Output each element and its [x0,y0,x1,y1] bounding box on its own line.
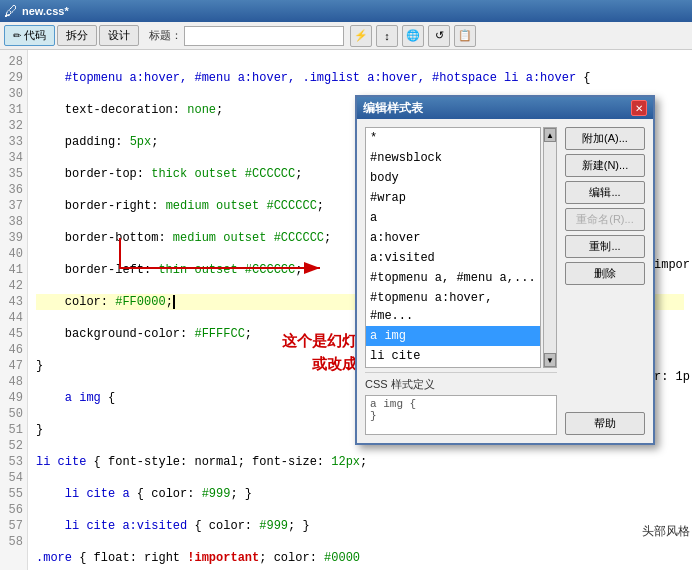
lightning-icon-btn[interactable]: ⚡ [350,25,372,47]
attach-btn[interactable]: 附加(A)... [565,127,645,150]
title-bar-text: new.css* [22,5,69,17]
edit-btn[interactable]: 编辑... [565,181,645,204]
list-item-a[interactable]: a [366,208,540,228]
split-btn[interactable]: 拆分 [57,25,97,46]
list-item-topmenu-a[interactable]: #topmenu a, #menu a,... [366,268,540,288]
code-line-41: li cite a { color: #999; } [36,486,684,502]
list-item-wrap[interactable]: #wrap [366,188,540,208]
design-btn[interactable]: 设计 [99,25,139,46]
toolbar-icons: ⚡ ↕ 🌐 ↺ 📋 [350,25,476,47]
toolbar: ✏ 代码 拆分 设计 标题： ⚡ ↕ 🌐 ↺ 📋 [0,22,692,50]
scroll-down-btn[interactable]: ▼ [544,353,556,367]
css-def-label: CSS 样式定义 [365,377,557,392]
dialog-body: * #newsblock body #wrap a a:hover a:visi… [357,119,653,443]
refresh-icon-btn[interactable]: ↺ [428,25,450,47]
css-def-section: CSS 样式定义 a img {} [365,372,557,435]
list-item-aimg[interactable]: a img [366,326,540,346]
title-input[interactable] [184,26,344,46]
code-line-28: #topmenu a:hover, #menu a:hover, .imglis… [36,70,684,86]
duplicate-btn[interactable]: 重制... [565,235,645,258]
css-dialog: 编辑样式表 ✕ * #newsblock body #wrap a a:hove… [355,95,655,445]
new-btn[interactable]: 新建(N)... [565,154,645,177]
delete-btn[interactable]: 删除 [565,262,645,285]
code-line-40: li cite { font-style: normal; font-size:… [36,454,684,470]
list-item-newsblock[interactable]: #newsblock [366,148,540,168]
dialog-close-btn[interactable]: ✕ [631,100,647,116]
code-icon: ✏ [13,30,21,41]
list-item-licite[interactable]: li cite [366,346,540,366]
sort-icon-btn[interactable]: ↕ [376,25,398,47]
css-def-box: a img {} [365,395,557,435]
list-item-star[interactable]: * [366,128,540,148]
code-line-42: li cite a:visited { color: #999; } [36,518,684,534]
scroll-up-btn[interactable]: ▲ [544,128,556,142]
title-bar: 🖊 new.css* [0,0,692,22]
line-numbers: 28 29 30 31 32 33 34 35 36 37 38 39 40 4… [0,50,28,570]
clipboard-icon-btn[interactable]: 📋 [454,25,476,47]
list-item-avisited[interactable]: a:visited [366,248,540,268]
dialog-listbox[interactable]: * #newsblock body #wrap a a:hover a:visi… [365,127,541,368]
list-item-body[interactable]: body [366,168,540,188]
app-icon: 🖊 [4,3,18,19]
right-label-43: impor [654,258,690,272]
list-item-topmenu-ahover[interactable]: #topmenu a:hover, #me... [366,288,540,326]
globe-icon-btn[interactable]: 🌐 [402,25,424,47]
title-label: 标题： [149,28,182,43]
code-btn[interactable]: ✏ 代码 [4,25,55,46]
code-line-43: .more { float: right !important; color: … [36,550,684,566]
dialog-list-area: * #newsblock body #wrap a a:hover a:visi… [365,127,557,435]
dialog-title: 编辑样式表 [363,100,423,117]
dialog-buttons: 附加(A)... 新建(N)... 编辑... 重命名(R)... 重制... … [565,127,645,435]
list-item-ahover[interactable]: a:hover [366,228,540,248]
dialog-titlebar: 编辑样式表 ✕ [357,97,653,119]
right-label-bottom: 头部风格 [642,523,690,540]
help-btn[interactable]: 帮助 [565,412,645,435]
rename-btn[interactable]: 重命名(R)... [565,208,645,231]
